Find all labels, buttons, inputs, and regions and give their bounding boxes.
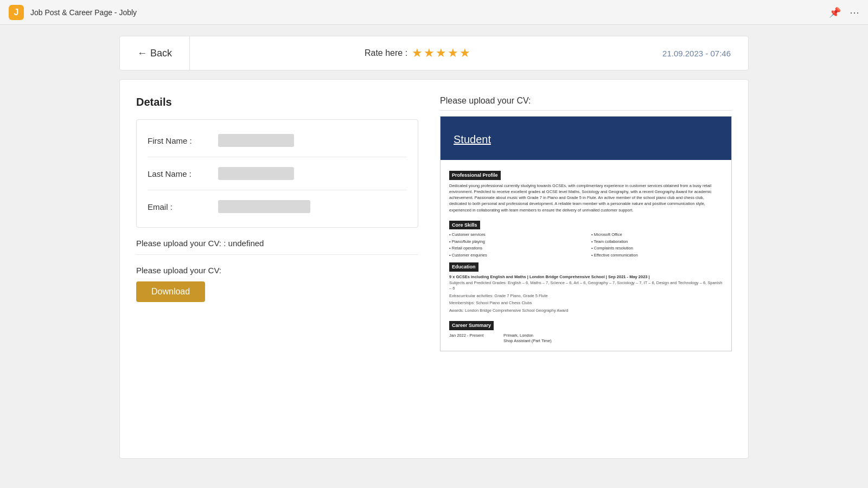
professional-profile-text: Dedicated young professional currently s…: [449, 183, 723, 213]
last-name-label: Last Name :: [148, 169, 218, 178]
back-arrow-icon: ←: [137, 48, 147, 59]
skill-microsoft-office: Microsoft Office: [591, 232, 723, 238]
education-section: Education 9 x GCSEs including English an…: [449, 258, 723, 313]
main-content: Details First Name : Last Name : Email :…: [119, 79, 749, 459]
rate-label: Rate here :: [365, 48, 407, 58]
education-title: Education: [449, 262, 478, 272]
career-summary-section: Career Summary Jan 2022 - Present Primar…: [449, 317, 723, 344]
extracurricular-text: Extracurricular activities: Grade 7 Pian…: [449, 293, 723, 299]
more-icon[interactable]: ⋯: [850, 7, 859, 18]
skill-effective-communication: Effective communication: [591, 253, 723, 259]
skill-team-collaboration: Team collaboration: [591, 239, 723, 245]
cv-upload-title: Please upload your CV:: [440, 96, 732, 111]
email-label: Email :: [148, 202, 218, 211]
date-display: 21.09.2023 - 07:46: [645, 49, 748, 58]
star-1[interactable]: ★: [412, 46, 423, 60]
skill-piano-flute: Piano/flute playing: [449, 239, 580, 245]
cv-student-name: Student: [454, 133, 491, 145]
back-button[interactable]: ← Back: [120, 36, 190, 70]
cv-body: Professional Profile Dedicated young pro…: [441, 160, 731, 351]
details-title: Details: [136, 96, 418, 108]
first-name-row: First Name :: [148, 124, 407, 157]
header-bar: ← Back Rate here : ★ ★ ★ ★ ★ 21.09.2023 …: [119, 36, 749, 70]
page-background: ← Back Rate here : ★ ★ ★ ★ ★ 21.09.2023 …: [0, 25, 868, 488]
email-row: Email :: [148, 190, 407, 223]
career-summary-title: Career Summary: [449, 321, 494, 330]
skill-complaints-resolution: Complaints resolution: [591, 246, 723, 252]
core-skills-title: Core Skills: [449, 221, 480, 230]
career-row: Jan 2022 - Present Primark, London Shop …: [449, 333, 723, 344]
awards-text: Awards: London Bridge Comprehensive Scho…: [449, 308, 723, 314]
cv-upload-undefined-label: Please upload your CV: : undefined: [136, 239, 418, 248]
browser-bar: J Job Post & Career Page - Jobly 📌 ⋯: [0, 0, 868, 25]
right-panel: Please upload your CV: Student Professio…: [429, 96, 732, 442]
career-detail: Primark, London Shop Assistant (Part Tim…: [503, 333, 552, 344]
last-name-input[interactable]: [218, 167, 294, 180]
first-name-label: First Name :: [148, 136, 218, 145]
memberships-text: Memberships: School Piano and Chess Club…: [449, 300, 723, 306]
career-date: Jan 2022 - Present: [449, 333, 493, 344]
skill-customer-services: Customer services: [449, 232, 580, 238]
star-5[interactable]: ★: [459, 46, 470, 60]
rate-section: Rate here : ★ ★ ★ ★ ★: [190, 46, 645, 60]
star-2[interactable]: ★: [424, 46, 435, 60]
star-4[interactable]: ★: [448, 46, 458, 60]
download-button[interactable]: Download: [136, 281, 205, 302]
star-rating[interactable]: ★ ★ ★ ★ ★: [412, 46, 470, 60]
skills-grid: Customer services Microsoft Office Piano…: [449, 232, 723, 258]
left-panel: Details First Name : Last Name : Email :…: [136, 96, 429, 442]
professional-profile-title: Professional Profile: [449, 171, 501, 180]
career-role: Shop Assistant (Part Time): [503, 338, 552, 344]
app-logo: J: [9, 5, 24, 20]
last-name-row: Last Name :: [148, 157, 407, 190]
email-input[interactable]: [218, 200, 310, 213]
education-item: 9 x GCSEs including English and Maths | …: [449, 274, 723, 313]
back-label: Back: [150, 48, 172, 59]
skill-customer-enquiries: Customer enquiries: [449, 253, 580, 259]
core-skills-section: Core Skills Customer services Microsoft …: [449, 216, 723, 259]
details-card: First Name : Last Name : Email :: [136, 119, 418, 228]
subjects-text: Subjects and Predicted Grades: English –…: [449, 280, 723, 292]
cv-download-label: Please upload your CV:: [136, 266, 418, 275]
first-name-input[interactable]: [218, 134, 294, 147]
career-employer: Primark, London: [503, 333, 552, 339]
browser-title: Job Post & Career Page - Jobly: [30, 8, 822, 17]
cv-download-section: Please upload your CV: Download: [136, 266, 418, 302]
professional-profile-section: Professional Profile Dedicated young pro…: [449, 166, 723, 213]
cv-header: Student: [441, 117, 731, 160]
browser-actions: 📌 ⋯: [829, 7, 859, 18]
pin-icon[interactable]: 📌: [829, 7, 841, 18]
education-item-title: 9 x GCSEs including English and Maths | …: [449, 274, 723, 280]
star-3[interactable]: ★: [436, 46, 446, 60]
skill-retail-operations: Retail operations: [449, 246, 580, 252]
cv-preview: Student Professional Profile Dedicated y…: [440, 116, 732, 351]
